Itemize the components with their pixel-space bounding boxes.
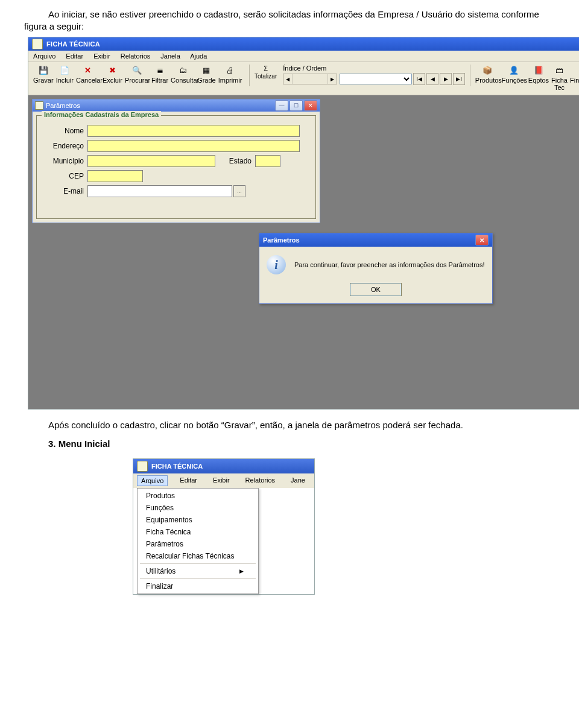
- message-dialog: Parâmetros ✕ i Para continuar, favor pre…: [259, 233, 493, 304]
- mitem-produtos[interactable]: Produtos: [138, 490, 258, 502]
- input-email[interactable]: [87, 185, 232, 197]
- tbtn-produtos[interactable]: 📦 Produtos: [475, 65, 499, 84]
- mitem-finalizar[interactable]: Finalizar: [138, 580, 258, 592]
- menu-ajuda[interactable]: Ajuda: [190, 52, 207, 60]
- label-municipio: Município: [42, 157, 84, 165]
- nav-last-icon[interactable]: ▶I: [453, 73, 465, 85]
- scroll-right-icon[interactable]: ▶: [327, 74, 337, 84]
- tbtn-procurar[interactable]: 🔍 Procurar: [125, 65, 149, 84]
- app-titlebar: FICHA TÉCNICA: [28, 37, 579, 51]
- menu-exibir[interactable]: Exibir: [93, 52, 110, 60]
- menu-separator: [140, 578, 256, 579]
- menu-editar[interactable]: Editar: [176, 475, 201, 486]
- tbtn-totalizar[interactable]: Σ Totalizar: [255, 65, 277, 80]
- childwin-icon: [35, 101, 43, 110]
- delete-icon: ✖: [103, 65, 122, 75]
- app-title: FICHA TÉCNICA: [46, 40, 100, 48]
- cadastro-groupbox: Informações Cadastrais da Empresa Nome E…: [36, 115, 316, 219]
- label-email: E-mail: [42, 187, 84, 195]
- intro-paragraph: Ao iniciar, se não estiver preenchido o …: [24, 8, 555, 32]
- consult-icon: 🗂: [171, 65, 195, 75]
- tbtn-consultar[interactable]: 🗂 Consultar: [171, 65, 195, 84]
- input-nome[interactable]: [87, 125, 300, 137]
- tbtn-eqptos[interactable]: 📕 Eqptos: [528, 65, 549, 84]
- scroll-left-icon[interactable]: ◀: [283, 74, 293, 84]
- menu-janela[interactable]: Jane: [287, 475, 309, 486]
- dialog-titlebar[interactable]: Parâmetros ✕: [259, 233, 492, 247]
- tbtn-incluir[interactable]: 📄 Incluir: [56, 65, 74, 84]
- tbtn-grade[interactable]: ▦ Grade: [197, 65, 216, 84]
- app-icon: [32, 39, 43, 49]
- tbtn-gravar[interactable]: 💾 Gravar: [33, 65, 54, 84]
- dialog-message: Para continuar, favor preencher as infor…: [294, 261, 485, 268]
- tbtn-imprimir[interactable]: 🖨 Imprimir: [218, 65, 242, 84]
- menu-editar[interactable]: Editar: [66, 52, 83, 60]
- tbtn-funcoes[interactable]: 👤 Funções: [502, 65, 526, 84]
- menu-arquivo[interactable]: Arquivo: [33, 52, 55, 60]
- tbtn-excluir[interactable]: ✖ Excluir: [103, 65, 122, 84]
- tbtn-label: Gravar: [33, 77, 54, 84]
- tbtn-filtrar[interactable]: ≣ Filtrar: [151, 65, 168, 84]
- mitem-parametros[interactable]: Parâmetros: [138, 538, 258, 550]
- products-icon: 📦: [475, 65, 499, 75]
- menu-relatorios[interactable]: Relatorios: [242, 475, 279, 486]
- tbtn-label: Excluir: [103, 77, 122, 84]
- tbtn-label: Filtrar: [151, 77, 168, 84]
- nav-prev-icon[interactable]: ◀: [426, 73, 438, 85]
- input-municipio[interactable]: [87, 155, 215, 167]
- menuapp-title: FICHA TÉCNICA: [151, 463, 203, 470]
- functions-icon: 👤: [502, 65, 526, 75]
- mitem-recalcular[interactable]: Recalcular Fichas Técnicas: [138, 550, 258, 562]
- tbtn-label: Grade: [197, 77, 216, 84]
- tbtn-label: Consultar: [171, 77, 195, 84]
- filter-icon: ≣: [151, 65, 168, 75]
- index-select[interactable]: [340, 74, 412, 84]
- childwin-titlebar[interactable]: Parâmetros — ☐ ✕: [33, 100, 320, 112]
- menuapp-menubar: Arquivo Editar Exibir Relatorios Jane: [133, 473, 314, 488]
- tbtn-label: Incluir: [56, 77, 74, 84]
- ok-button[interactable]: OK: [350, 283, 402, 296]
- submenu-arrow-icon: ▶: [239, 568, 244, 574]
- menu-relatorios[interactable]: Relatorios: [121, 52, 151, 60]
- toolbar-sep: [470, 65, 470, 86]
- save-icon: 💾: [33, 65, 54, 75]
- menu-janela[interactable]: Janela: [160, 52, 180, 60]
- input-estado[interactable]: [255, 155, 280, 167]
- post-paragraph: Após concluído o cadastro, clicar no bot…: [24, 419, 555, 431]
- search-icon: 🔍: [125, 65, 149, 75]
- index-label: Índice / Ordem: [283, 65, 465, 72]
- tbtn-label: Funções: [502, 77, 526, 84]
- menu-exibir[interactable]: Exibir: [209, 475, 233, 486]
- email-lookup-button[interactable]: …: [233, 185, 245, 197]
- menuapp-titlebar: FICHA TÉCNICA: [133, 459, 314, 473]
- add-icon: 📄: [56, 65, 74, 75]
- parametros-window: Parâmetros — ☐ ✕ Informações Cadastrais …: [32, 99, 320, 223]
- nav-first-icon[interactable]: I◀: [413, 73, 425, 85]
- tbtn-cancelar[interactable]: ✕ Cancelar: [76, 65, 100, 84]
- mitem-fichatecnica[interactable]: Ficha Técnica: [138, 526, 258, 538]
- index-scrollbar[interactable]: ◀ ▶: [283, 74, 337, 84]
- section-3-heading: 3. Menu Inicial: [48, 438, 555, 449]
- close-button[interactable]: ✕: [304, 100, 317, 111]
- tbtn-label: Eqptos: [528, 77, 549, 84]
- mitem-funcoes[interactable]: Funções: [138, 502, 258, 514]
- nav-next-icon[interactable]: ▶: [440, 73, 452, 85]
- mitem-utilitarios[interactable]: Utilitários ▶: [138, 565, 258, 577]
- mitem-equipamentos[interactable]: Equipamentos: [138, 514, 258, 526]
- tbtn-label: Ficha Tec: [551, 77, 568, 91]
- app-menubar: Arquivo Editar Exibir Relatorios Janela …: [28, 51, 579, 62]
- minimize-button[interactable]: —: [275, 100, 288, 111]
- exit-icon: 🚪: [570, 65, 579, 75]
- tbtn-fichatec[interactable]: 🗃 Ficha Tec: [551, 65, 568, 91]
- info-icon: i: [267, 255, 286, 274]
- maximize-button[interactable]: ☐: [290, 100, 303, 111]
- equip-icon: 📕: [528, 65, 549, 75]
- childwin-title: Parâmetros: [46, 102, 80, 109]
- app-toolbar: 💾 Gravar 📄 Incluir ✕ Cancelar ✖ Excluir …: [28, 62, 579, 95]
- tbtn-finalizar[interactable]: 🚪 Finalizar: [570, 65, 579, 84]
- dialog-close-button[interactable]: ✕: [475, 235, 489, 245]
- menu-arquivo[interactable]: Arquivo: [137, 475, 168, 486]
- label-estado: Estado: [215, 157, 252, 165]
- input-cep[interactable]: [87, 170, 143, 182]
- input-endereco[interactable]: [87, 140, 300, 152]
